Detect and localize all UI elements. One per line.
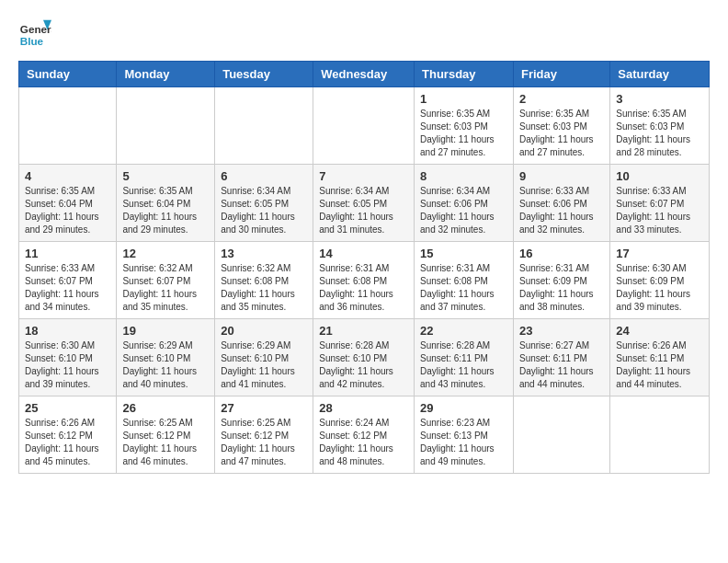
- day-info: Sunrise: 6:26 AM Sunset: 6:12 PM Dayligh…: [25, 417, 110, 468]
- calendar-cell: 6Sunrise: 6:34 AM Sunset: 6:05 PM Daylig…: [215, 165, 313, 242]
- day-number: 24: [616, 324, 703, 338]
- calendar-cell: 11Sunrise: 6:33 AM Sunset: 6:07 PM Dayli…: [19, 242, 117, 319]
- weekday-header-tuesday: Tuesday: [215, 62, 313, 87]
- weekday-header-thursday: Thursday: [415, 62, 514, 87]
- day-info: Sunrise: 6:35 AM Sunset: 6:03 PM Dayligh…: [420, 108, 507, 159]
- calendar-cell: 15Sunrise: 6:31 AM Sunset: 6:08 PM Dayli…: [415, 242, 514, 319]
- day-info: Sunrise: 6:35 AM Sunset: 6:04 PM Dayligh…: [25, 185, 110, 236]
- calendar-cell: 22Sunrise: 6:28 AM Sunset: 6:11 PM Dayli…: [415, 319, 514, 396]
- calendar-week-row: 25Sunrise: 6:26 AM Sunset: 6:12 PM Dayli…: [19, 396, 710, 474]
- calendar-cell: 7Sunrise: 6:34 AM Sunset: 6:05 PM Daylig…: [313, 165, 415, 242]
- calendar-cell: 1Sunrise: 6:35 AM Sunset: 6:03 PM Daylig…: [415, 87, 514, 165]
- day-info: Sunrise: 6:25 AM Sunset: 6:12 PM Dayligh…: [221, 417, 307, 468]
- svg-text:Blue: Blue: [20, 35, 44, 47]
- day-number: 23: [519, 324, 604, 338]
- calendar-cell: [610, 396, 710, 474]
- day-number: 20: [221, 324, 307, 338]
- day-info: Sunrise: 6:32 AM Sunset: 6:08 PM Dayligh…: [221, 262, 307, 314]
- day-info: Sunrise: 6:30 AM Sunset: 6:09 PM Dayligh…: [616, 262, 703, 314]
- day-info: Sunrise: 6:33 AM Sunset: 6:06 PM Dayligh…: [519, 185, 604, 236]
- weekday-header-saturday: Saturday: [610, 62, 710, 87]
- calendar-body: 1Sunrise: 6:35 AM Sunset: 6:03 PM Daylig…: [19, 87, 710, 474]
- calendar-cell: 4Sunrise: 6:35 AM Sunset: 6:04 PM Daylig…: [19, 165, 117, 242]
- calendar-cell: 20Sunrise: 6:29 AM Sunset: 6:10 PM Dayli…: [215, 319, 313, 396]
- day-info: Sunrise: 6:24 AM Sunset: 6:12 PM Dayligh…: [319, 417, 408, 468]
- calendar-cell: 9Sunrise: 6:33 AM Sunset: 6:06 PM Daylig…: [513, 165, 609, 242]
- calendar-cell: 14Sunrise: 6:31 AM Sunset: 6:08 PM Dayli…: [313, 242, 415, 319]
- day-info: Sunrise: 6:34 AM Sunset: 6:06 PM Dayligh…: [420, 185, 507, 236]
- day-info: Sunrise: 6:28 AM Sunset: 6:10 PM Dayligh…: [319, 339, 408, 391]
- day-number: 25: [25, 401, 110, 415]
- day-number: 28: [319, 401, 408, 415]
- day-info: Sunrise: 6:29 AM Sunset: 6:10 PM Dayligh…: [221, 339, 307, 391]
- day-info: Sunrise: 6:26 AM Sunset: 6:11 PM Dayligh…: [616, 339, 703, 391]
- day-info: Sunrise: 6:30 AM Sunset: 6:10 PM Dayligh…: [25, 339, 110, 391]
- day-number: 12: [122, 247, 209, 260]
- day-info: Sunrise: 6:32 AM Sunset: 6:07 PM Dayligh…: [122, 262, 209, 314]
- calendar-cell: 13Sunrise: 6:32 AM Sunset: 6:08 PM Dayli…: [215, 242, 313, 319]
- day-number: 14: [319, 247, 408, 260]
- calendar-cell: 5Sunrise: 6:35 AM Sunset: 6:04 PM Daylig…: [117, 165, 215, 242]
- day-info: Sunrise: 6:35 AM Sunset: 6:03 PM Dayligh…: [616, 108, 703, 159]
- day-info: Sunrise: 6:33 AM Sunset: 6:07 PM Dayligh…: [616, 185, 703, 236]
- day-number: 11: [25, 247, 110, 260]
- day-info: Sunrise: 6:33 AM Sunset: 6:07 PM Dayligh…: [25, 262, 110, 314]
- day-number: 7: [319, 169, 408, 183]
- day-info: Sunrise: 6:31 AM Sunset: 6:08 PM Dayligh…: [420, 262, 507, 314]
- logo-icon: GeneralBlue: [18, 18, 51, 52]
- calendar-cell: [513, 396, 609, 474]
- weekday-header-monday: Monday: [117, 62, 215, 87]
- calendar-cell: [117, 87, 215, 165]
- day-number: 1: [420, 92, 507, 106]
- day-number: 2: [519, 92, 604, 106]
- calendar-header: SundayMondayTuesdayWednesdayThursdayFrid…: [19, 62, 710, 87]
- calendar-cell: 8Sunrise: 6:34 AM Sunset: 6:06 PM Daylig…: [415, 165, 514, 242]
- day-number: 17: [616, 247, 703, 260]
- calendar-cell: 29Sunrise: 6:23 AM Sunset: 6:13 PM Dayli…: [415, 396, 514, 474]
- weekday-header-wednesday: Wednesday: [313, 62, 415, 87]
- calendar-cell: 23Sunrise: 6:27 AM Sunset: 6:11 PM Dayli…: [513, 319, 609, 396]
- calendar-cell: [19, 87, 117, 165]
- day-info: Sunrise: 6:25 AM Sunset: 6:12 PM Dayligh…: [122, 417, 209, 468]
- calendar-week-row: 18Sunrise: 6:30 AM Sunset: 6:10 PM Dayli…: [19, 319, 710, 396]
- day-number: 27: [221, 401, 307, 415]
- day-number: 16: [519, 247, 604, 260]
- calendar-week-row: 1Sunrise: 6:35 AM Sunset: 6:03 PM Daylig…: [19, 87, 710, 165]
- day-number: 10: [616, 169, 703, 183]
- day-info: Sunrise: 6:23 AM Sunset: 6:13 PM Dayligh…: [420, 417, 507, 468]
- day-number: 9: [519, 169, 604, 183]
- day-info: Sunrise: 6:35 AM Sunset: 6:04 PM Dayligh…: [122, 185, 209, 236]
- calendar-cell: 26Sunrise: 6:25 AM Sunset: 6:12 PM Dayli…: [117, 396, 215, 474]
- calendar-cell: [313, 87, 415, 165]
- day-info: Sunrise: 6:34 AM Sunset: 6:05 PM Dayligh…: [221, 185, 307, 236]
- calendar-cell: 3Sunrise: 6:35 AM Sunset: 6:03 PM Daylig…: [610, 87, 710, 165]
- day-info: Sunrise: 6:34 AM Sunset: 6:05 PM Dayligh…: [319, 185, 408, 236]
- day-number: 29: [420, 401, 507, 415]
- day-number: 21: [319, 324, 408, 338]
- day-number: 13: [221, 247, 307, 260]
- calendar-week-row: 4Sunrise: 6:35 AM Sunset: 6:04 PM Daylig…: [19, 165, 710, 242]
- calendar-cell: 25Sunrise: 6:26 AM Sunset: 6:12 PM Dayli…: [19, 396, 117, 474]
- day-number: 15: [420, 247, 507, 260]
- calendar-cell: 27Sunrise: 6:25 AM Sunset: 6:12 PM Dayli…: [215, 396, 313, 474]
- day-number: 4: [25, 169, 110, 183]
- weekday-row: SundayMondayTuesdayWednesdayThursdayFrid…: [19, 62, 710, 87]
- calendar-cell: 24Sunrise: 6:26 AM Sunset: 6:11 PM Dayli…: [610, 319, 710, 396]
- day-info: Sunrise: 6:31 AM Sunset: 6:08 PM Dayligh…: [319, 262, 408, 314]
- calendar-cell: 19Sunrise: 6:29 AM Sunset: 6:10 PM Dayli…: [117, 319, 215, 396]
- calendar-cell: 17Sunrise: 6:30 AM Sunset: 6:09 PM Dayli…: [610, 242, 710, 319]
- day-info: Sunrise: 6:31 AM Sunset: 6:09 PM Dayligh…: [519, 262, 604, 314]
- calendar-cell: 10Sunrise: 6:33 AM Sunset: 6:07 PM Dayli…: [610, 165, 710, 242]
- day-info: Sunrise: 6:35 AM Sunset: 6:03 PM Dayligh…: [519, 108, 604, 159]
- weekday-header-sunday: Sunday: [19, 62, 117, 87]
- calendar-cell: 16Sunrise: 6:31 AM Sunset: 6:09 PM Dayli…: [513, 242, 609, 319]
- weekday-header-friday: Friday: [513, 62, 609, 87]
- day-info: Sunrise: 6:27 AM Sunset: 6:11 PM Dayligh…: [519, 339, 604, 391]
- day-number: 19: [122, 324, 209, 338]
- calendar-cell: 2Sunrise: 6:35 AM Sunset: 6:03 PM Daylig…: [513, 87, 609, 165]
- calendar-table: SundayMondayTuesdayWednesdayThursdayFrid…: [18, 61, 710, 474]
- day-number: 5: [122, 169, 209, 183]
- calendar-cell: 18Sunrise: 6:30 AM Sunset: 6:10 PM Dayli…: [19, 319, 117, 396]
- logo: GeneralBlue: [18, 18, 51, 52]
- calendar-cell: 21Sunrise: 6:28 AM Sunset: 6:10 PM Dayli…: [313, 319, 415, 396]
